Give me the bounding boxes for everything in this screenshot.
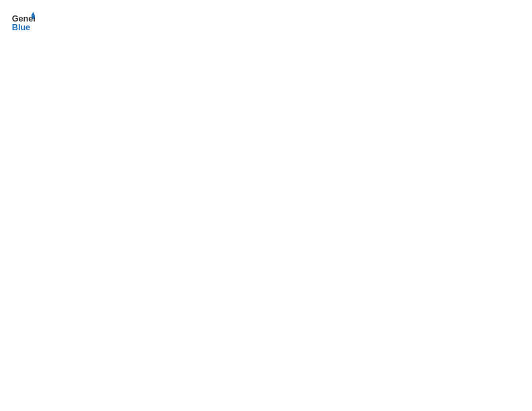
logo: General Blue [11, 11, 38, 35]
logo-icon: General Blue [11, 11, 35, 35]
page-header: General Blue [11, 11, 521, 35]
svg-text:Blue: Blue [12, 23, 30, 32]
